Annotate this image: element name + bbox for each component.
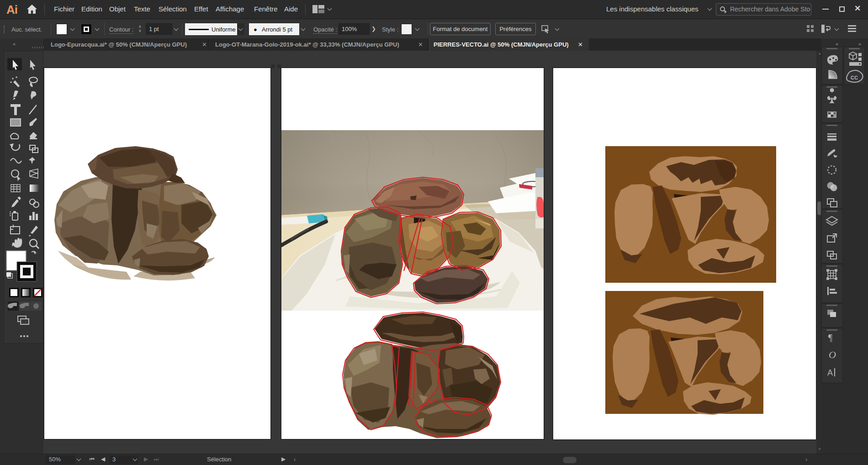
svg-text:¶: ¶	[828, 333, 832, 343]
svg-text:A: A	[827, 368, 833, 377]
svg-text:O: O	[829, 349, 836, 360]
svg-text:CC: CC	[851, 75, 858, 80]
